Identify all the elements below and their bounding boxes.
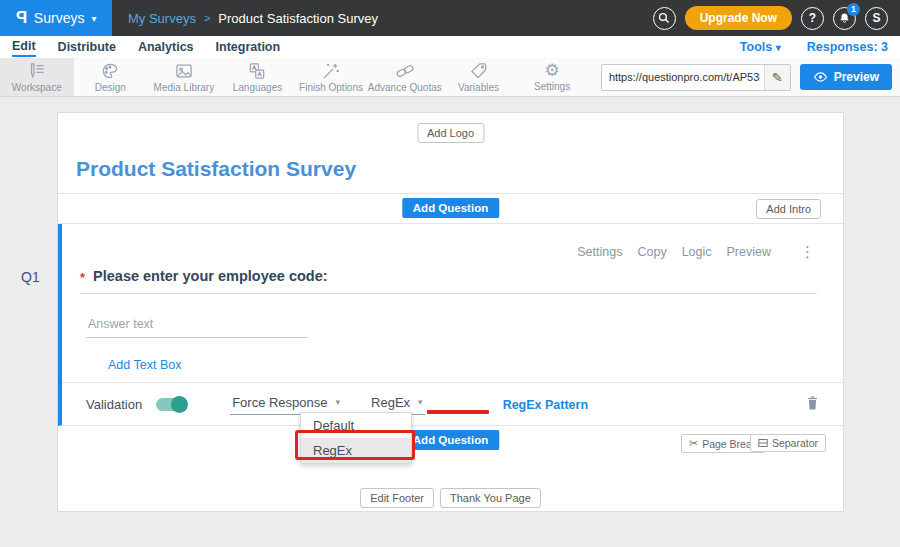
chain-links-icon [395,61,415,81]
top-bar: P Surveys ▾ My Surveys > Product Satisfa… [0,0,900,36]
question-mark-icon: ? [809,11,816,25]
breadcrumb: My Surveys > Product Satisfaction Survey [128,11,378,26]
divider [58,193,843,194]
toggle-knob [171,396,188,413]
question-copy-link[interactable]: Copy [637,245,666,259]
surveys-menu-label: Surveys [34,10,85,26]
regex-pattern-link[interactable]: RegEx Pattern [503,398,588,412]
add-text-box-link[interactable]: Add Text Box [108,358,181,372]
survey-url-input[interactable] [602,71,764,83]
force-response-value: Force Response [232,395,327,410]
chevron-down-icon: ▾ [336,397,341,407]
toolbar-media-library[interactable]: Media Library [147,58,221,96]
notifications-button[interactable]: 1 [833,7,856,30]
toolbar-workspace[interactable]: Workspace [0,58,74,96]
avatar-initial: S [872,11,880,25]
add-logo-button[interactable]: Add Logo [417,123,484,143]
tab-distribute[interactable]: Distribute [58,38,116,56]
validation-label: Validation [86,397,142,412]
workspace-label: Workspace [12,82,62,93]
toolbar-finish-options[interactable]: Finish Options [294,58,368,96]
toolbar-languages[interactable]: Languages [221,58,295,96]
chevron-down-icon: ▾ [91,13,96,24]
languages-label: Languages [233,82,283,93]
variables-label: Variables [458,82,499,93]
media-library-label: Media Library [154,82,215,93]
design-label: Design [95,82,126,93]
add-intro-button[interactable]: Add Intro [756,199,821,219]
question-block-q1: Settings Copy Logic Preview ⋮ * Please e… [58,224,845,426]
toolbar-variables[interactable]: Variables [442,58,516,96]
separator-label: Separator [772,437,818,449]
separator-button[interactable]: Separator [750,434,826,452]
questionpro-logo-icon: P [16,8,27,28]
questionpro-survey-editor: P Surveys ▾ My Surveys > Product Satisfa… [0,0,900,547]
tab-integration[interactable]: Integration [216,38,281,56]
survey-nav-tabs: Edit Distribute Analytics Integration To… [0,36,900,58]
edit-footer-button[interactable]: Edit Footer [360,488,434,508]
responses-link[interactable]: Responses: 3 [807,40,888,54]
top-bar-actions: Upgrade Now ? 1 S [653,6,888,30]
survey-url-box: ✎ [601,64,791,91]
finish-options-label: Finish Options [299,82,363,93]
validation-toggle[interactable] [156,398,186,411]
dropdown-option-regex[interactable]: RegEx [301,438,411,463]
scissors-icon: ✂ [689,437,698,450]
gear-icon: ⚙ [544,62,559,80]
thank-you-page-button[interactable]: Thank You Page [440,488,541,508]
chevron-down-icon: ▾ [776,42,781,53]
survey-card: Add Logo Product Satisfaction Survey Add… [57,112,844,512]
tab-analytics[interactable]: Analytics [138,38,194,56]
workspace-icon [27,61,47,81]
question-logic-link[interactable]: Logic [682,245,712,259]
answer-text-input[interactable] [86,313,308,338]
search-button[interactable] [653,7,676,30]
account-avatar[interactable]: S [865,7,888,30]
more-options-icon[interactable]: ⋮ [800,243,815,261]
required-asterisk: * [80,270,85,285]
languages-icon [247,61,267,81]
question-preview-link[interactable]: Preview [727,245,771,259]
search-icon [657,11,671,25]
add-question-button-top[interactable]: Add Question [402,198,499,218]
edit-url-button[interactable]: ✎ [764,65,790,90]
survey-title[interactable]: Product Satisfaction Survey [76,157,356,181]
survey-footer-actions: Edit Footer Thank You Page [58,488,843,508]
tools-menu[interactable]: Tools ▾ [740,40,781,54]
question-text-row[interactable]: * Please enter your employee code: [80,268,817,294]
image-icon [174,61,194,81]
subnav-right: Tools ▾ Responses: 3 [740,40,888,54]
toolbar-settings[interactable]: ⚙ Settings [515,58,589,96]
validation-row: Validation Force Response ▾ RegEx ▾ RegE… [62,382,845,426]
toolbar-design[interactable]: Design [74,58,148,96]
magic-wand-icon [321,61,341,81]
palette-icon [100,61,120,81]
upgrade-now-button[interactable]: Upgrade Now [685,6,792,30]
delete-question-button[interactable] [806,395,819,415]
chevron-down-icon: ▾ [418,397,423,407]
validation-type-value: RegEx [371,395,410,410]
breadcrumb-separator: > [204,12,210,24]
tab-edit[interactable]: Edit [12,37,36,57]
survey-canvas: Q1 Add Logo Product Satisfaction Survey … [0,97,900,547]
question-settings-link[interactable]: Settings [577,245,622,259]
trash-icon [806,395,819,411]
preview-button[interactable]: Preview [800,64,892,90]
surveys-product-menu[interactable]: P Surveys ▾ [0,0,112,36]
tag-icon [469,61,489,81]
help-button[interactable]: ? [801,7,824,30]
question-action-menu: Settings Copy Logic Preview ⋮ [577,243,815,261]
question-number: Q1 [21,269,40,285]
dropdown-option-default[interactable]: Default [301,413,411,438]
breadcrumb-current-survey: Product Satisfaction Survey [218,11,378,26]
eye-icon [813,71,828,83]
tools-label: Tools [740,40,772,54]
preview-label: Preview [834,70,879,84]
settings-label: Settings [534,81,570,92]
toolbar-advance-quotas[interactable]: Advance Quotas [368,58,442,96]
notification-badge: 1 [847,3,860,16]
breadcrumb-my-surveys[interactable]: My Surveys [128,11,196,26]
question-text[interactable]: Please enter your employee code: [93,268,328,284]
add-question-button-bottom[interactable]: Add Question [402,430,499,450]
advance-quotas-label: Advance Quotas [368,82,442,93]
